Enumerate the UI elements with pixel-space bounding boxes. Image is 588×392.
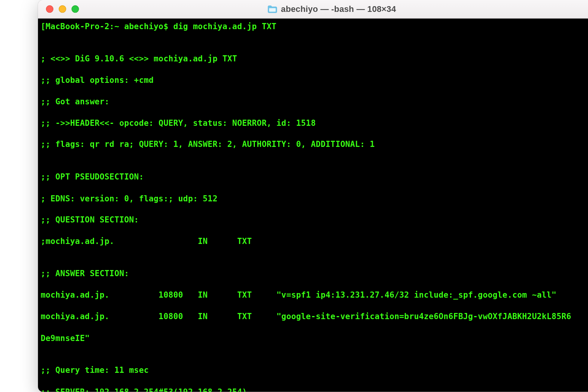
output-line: De9mnseIE" xyxy=(41,333,588,344)
maximize-button[interactable] xyxy=(71,5,79,13)
title-center: abechiyo — -bash — 108×34 xyxy=(38,4,588,14)
output-line: ;; flags: qr rd ra; QUERY: 1, ANSWER: 2,… xyxy=(41,139,588,150)
prompt-open-bracket: [ xyxy=(41,21,46,31)
traffic-lights xyxy=(38,5,79,13)
close-button[interactable] xyxy=(46,5,54,13)
output-line: ;; Query time: 11 msec xyxy=(41,365,588,376)
output-line: ;mochiya.ad.jp. IN TXT xyxy=(41,236,588,247)
output-line: ;; ANSWER SECTION: xyxy=(41,268,588,279)
output-line: mochiya.ad.jp. 10800 IN TXT "v=spf1 ip4:… xyxy=(41,290,588,301)
prompt: MacBook-Pro-2:~ abechiyo$ xyxy=(46,21,173,31)
output-line: ; <<>> DiG 9.10.6 <<>> mochiya.ad.jp TXT xyxy=(41,53,588,64)
terminal-body[interactable]: [MacBook-Pro-2:~ abechiyo$ dig mochiya.a… xyxy=(38,18,588,392)
output-line: ;; ->>HEADER<<- opcode: QUERY, status: N… xyxy=(41,118,588,128)
terminal-window: abechiyo — -bash — 108×34 [MacBook-Pro-2… xyxy=(38,0,588,392)
svg-rect-0 xyxy=(269,8,276,12)
titlebar[interactable]: abechiyo — -bash — 108×34 xyxy=(38,0,588,18)
output-line: ;; QUESTION SECTION: xyxy=(41,214,588,225)
window-title: abechiyo — -bash — 108×34 xyxy=(281,4,396,14)
output-line: ; EDNS: version: 0, flags:; udp: 512 xyxy=(41,193,588,204)
output-line: ;; Got answer: xyxy=(41,96,588,107)
output-line: ;; OPT PSEUDOSECTION: xyxy=(41,171,588,182)
output-line: ;; SERVER: 192.168.2.254#53(192.168.2.25… xyxy=(41,387,588,392)
output-line: ;; global options: +cmd xyxy=(41,75,588,86)
minimize-button[interactable] xyxy=(59,5,66,13)
command: dig mochiya.ad.jp TXT xyxy=(173,21,277,31)
output-line: mochiya.ad.jp. 10800 IN TXT "google-site… xyxy=(41,311,588,322)
folder-icon xyxy=(268,5,277,13)
